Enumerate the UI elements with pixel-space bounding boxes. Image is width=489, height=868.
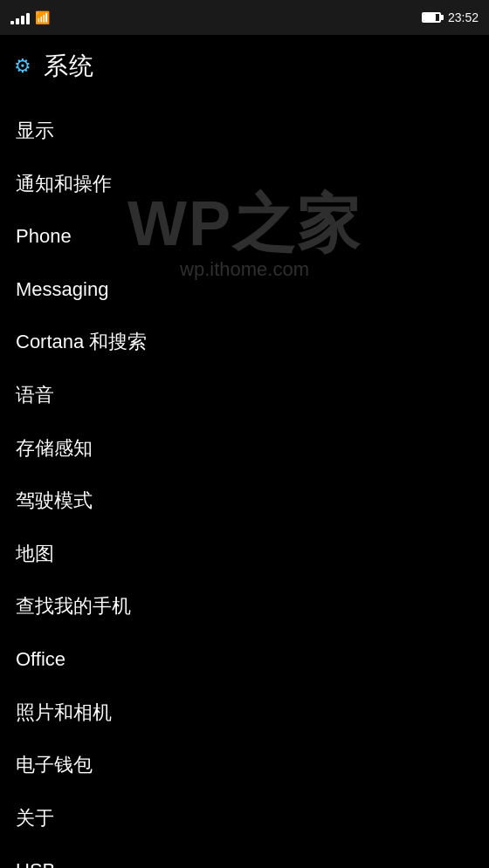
menu-item-storage[interactable]: 存储感知 (0, 422, 489, 475)
menu-item-photos[interactable]: 照片和相机 (0, 687, 489, 740)
status-time: 23:52 (448, 10, 479, 24)
menu-item-about[interactable]: 关于 (0, 792, 489, 845)
status-bar: 📶 23:52 (0, 0, 489, 35)
status-left: 📶 (10, 10, 50, 24)
title-bar: ⚙ 系统 (0, 35, 489, 98)
wifi-icon: 📶 (35, 10, 50, 24)
menu-item-display[interactable]: 显示 (0, 105, 489, 158)
status-right: 23:52 (422, 10, 479, 24)
menu-item-office[interactable]: Office (0, 633, 489, 687)
menu-item-messaging[interactable]: Messaging (0, 263, 489, 317)
menu-item-usb[interactable]: USB (0, 844, 489, 868)
menu-item-driving[interactable]: 驾驶模式 (0, 475, 489, 528)
page-title: 系统 (44, 50, 93, 83)
menu-item-voice[interactable]: 语音 (0, 369, 489, 422)
menu-item-phone[interactable]: Phone (0, 210, 489, 263)
menu-list: 显示通知和操作PhoneMessagingCortana 和搜索语音存储感知驾驶… (0, 98, 489, 868)
gear-icon: ⚙ (14, 55, 31, 78)
menu-item-wallet[interactable]: 电子钱包 (0, 739, 489, 792)
menu-item-maps[interactable]: 地图 (0, 528, 489, 581)
signal-icon (10, 10, 30, 24)
menu-item-cortana[interactable]: Cortana 和搜索 (0, 316, 489, 369)
battery-icon (422, 12, 441, 23)
menu-item-notifications[interactable]: 通知和操作 (0, 158, 489, 211)
menu-item-findphone[interactable]: 查找我的手机 (0, 580, 489, 633)
